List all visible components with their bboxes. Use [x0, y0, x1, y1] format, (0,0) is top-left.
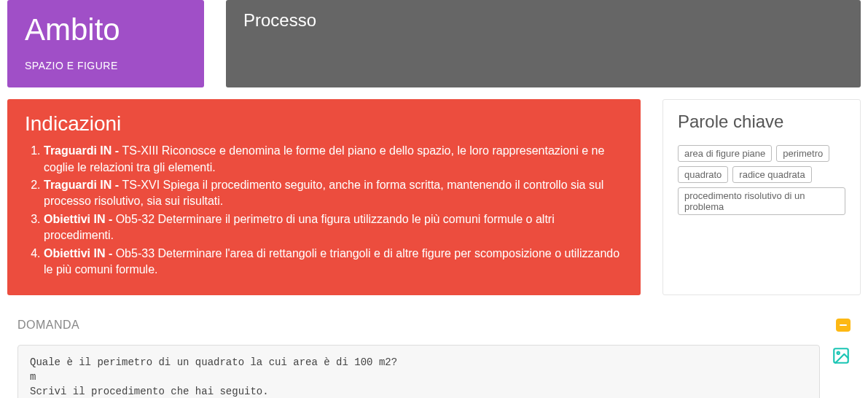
parole-chiave-title: Parole chiave: [678, 112, 845, 132]
processo-panel: Processo: [226, 0, 861, 87]
domanda-title: DOMANDA: [17, 319, 79, 332]
keyword-tag[interactable]: quadrato: [678, 166, 728, 183]
item-prefix: Obiettivi IN -: [44, 247, 116, 260]
list-item: Obiettivi IN - Ob5-32 Determinare il per…: [44, 211, 623, 244]
item-prefix: Obiettivi IN -: [44, 213, 116, 225]
tags-container: area di figure piane perimetro quadrato …: [678, 145, 845, 215]
domanda-header: DOMANDA: [17, 319, 851, 332]
keyword-tag[interactable]: procedimento risolutivo di un problema: [678, 187, 845, 215]
parole-chiave-panel: Parole chiave area di figure piane perim…: [662, 99, 861, 295]
item-text: Ob5-33 Determinare l'area di rettangoli …: [44, 247, 619, 276]
ambito-title: Ambito: [25, 13, 187, 47]
indicazioni-title: Indicazioni: [25, 112, 623, 136]
ambito-subtitle: SPAZIO E FIGURE: [25, 60, 187, 71]
keyword-tag[interactable]: radice quadrata: [732, 166, 811, 183]
keyword-tag[interactable]: perimetro: [776, 145, 829, 162]
list-item: Traguardi IN - TS-XIII Riconosce e denom…: [44, 143, 623, 176]
domanda-section: DOMANDA Quale è il perimetro di un quadr…: [7, 307, 861, 398]
indicazioni-list: Traguardi IN - TS-XIII Riconosce e denom…: [25, 143, 623, 278]
indicazioni-panel: Indicazioni Traguardi IN - TS-XIII Ricon…: [7, 99, 641, 295]
domanda-body: Quale è il perimetro di un quadrato la c…: [17, 345, 851, 398]
item-text: TS-XIII Riconosce e denomina le forme de…: [44, 144, 604, 173]
item-text: TS-XVI Spiega il procedimento seguito, a…: [44, 179, 603, 207]
item-prefix: Traguardi IN -: [44, 179, 122, 191]
processo-title: Processo: [243, 10, 843, 31]
question-text: Quale è il perimetro di un quadrato la c…: [17, 345, 820, 398]
item-text: Ob5-32 Determinare il perimetro di una f…: [44, 213, 555, 241]
list-item: Traguardi IN - TS-XVI Spiega il procedim…: [44, 177, 623, 210]
list-item: Obiettivi IN - Ob5-33 Determinare l'area…: [44, 246, 623, 278]
svg-point-1: [837, 352, 840, 354]
image-icon[interactable]: [832, 346, 851, 365]
item-prefix: Traguardi IN -: [44, 144, 122, 157]
ambito-panel: Ambito SPAZIO E FIGURE: [7, 0, 204, 87]
collapse-button[interactable]: [836, 319, 851, 332]
keyword-tag[interactable]: area di figure piane: [678, 145, 772, 162]
minus-icon: [840, 324, 847, 326]
